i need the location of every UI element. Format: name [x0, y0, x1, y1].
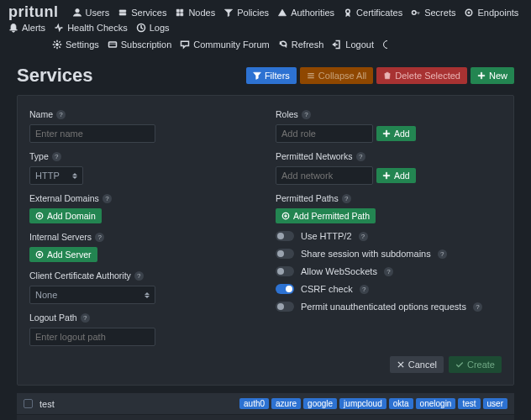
nav-certificates[interactable]: Certificates: [343, 8, 402, 18]
plus-icon: [382, 129, 391, 138]
toggle-csrf[interactable]: [276, 284, 294, 294]
option-label: CSRF check: [301, 284, 353, 294]
policies-icon: [223, 8, 234, 18]
nav-authorities[interactable]: Authorities: [277, 8, 334, 18]
plus-circle-icon: [35, 250, 44, 259]
network-input[interactable]: [276, 166, 373, 185]
type-select[interactable]: HTTP: [29, 166, 83, 185]
endpoints-icon: [464, 8, 474, 18]
nav-label: Certificates: [356, 8, 402, 18]
help-icon[interactable]: ?: [438, 249, 447, 259]
cca-select[interactable]: None: [29, 286, 155, 304]
logout-path-label: Logout Path: [29, 312, 77, 323]
row-checkbox[interactable]: [24, 399, 33, 408]
toggle-share[interactable]: [276, 249, 294, 259]
forum-icon: [180, 39, 190, 50]
nav-endpoints[interactable]: Endpoints: [464, 8, 518, 18]
add-network-button[interactable]: Add: [376, 168, 416, 183]
subscription-icon: [108, 39, 118, 50]
table-row[interactable]: test auth0azuregooglejumpcloudoktaonelog…: [17, 392, 514, 414]
secrets-icon: [411, 8, 421, 18]
help-icon[interactable]: ?: [52, 152, 61, 161]
nav-label: Services: [131, 8, 166, 18]
close-icon: [397, 360, 405, 369]
nav-theme[interactable]: [382, 39, 396, 50]
nav-secrets[interactable]: Secrets: [411, 8, 455, 18]
delete-selected-button[interactable]: Delete Selected: [376, 67, 467, 84]
name-input[interactable]: [29, 124, 155, 143]
svg-point-1: [413, 10, 417, 14]
nav-policies[interactable]: Policies: [223, 8, 269, 18]
collapse-all-button[interactable]: Collapse All: [300, 67, 373, 84]
authorities-icon: [277, 8, 287, 18]
option-share: Share session with subdomains ?: [276, 249, 502, 259]
nav-label: Authorities: [291, 8, 334, 18]
help-icon[interactable]: ?: [356, 152, 365, 161]
option-csrf: CSRF check ?: [276, 284, 502, 294]
help-icon[interactable]: ?: [81, 313, 90, 323]
nav-settings[interactable]: Settings: [52, 39, 99, 50]
nodes-icon: [175, 8, 185, 18]
option-label: Share session with subdomains: [301, 249, 431, 259]
help-icon[interactable]: ?: [359, 232, 368, 241]
plus-icon: [477, 71, 486, 80]
brand-logo: pritunl: [8, 3, 59, 21]
plus-circle-icon: [35, 212, 44, 220]
svg-point-5: [56, 44, 59, 46]
add-server-button[interactable]: Add Server: [29, 247, 97, 262]
nav-users[interactable]: Users: [72, 8, 110, 18]
table-row[interactable]: test2: [17, 414, 514, 420]
help-icon[interactable]: ?: [384, 267, 393, 276]
role-tag: user: [483, 398, 507, 409]
permitted-paths-label: Permitted Paths: [276, 193, 339, 203]
new-button[interactable]: New: [471, 67, 514, 84]
external-domains-label: External Domains: [29, 193, 99, 203]
help-icon[interactable]: ?: [56, 110, 66, 119]
create-button[interactable]: Create: [449, 356, 502, 373]
nav-label: Logout: [345, 39, 374, 50]
filters-button[interactable]: Filters: [246, 67, 297, 84]
nav-logout[interactable]: Logout: [332, 39, 374, 50]
role-tag: test: [458, 398, 480, 409]
toggle-http2[interactable]: [276, 231, 294, 241]
nav-refresh[interactable]: Refresh: [278, 39, 324, 50]
users-icon: [72, 8, 82, 18]
top-nav-row2: SettingsSubscriptionCommunity ForumRefre…: [0, 36, 531, 53]
add-domain-button[interactable]: Add Domain: [29, 208, 102, 223]
filter-icon: [253, 71, 261, 80]
help-icon[interactable]: ?: [95, 233, 104, 242]
nav-logs[interactable]: Logs: [136, 23, 170, 33]
role-tag: okta: [389, 398, 413, 409]
nav-services[interactable]: Services: [118, 8, 166, 18]
nav-nodes[interactable]: Nodes: [175, 8, 215, 18]
toggle-unauth[interactable]: [276, 302, 294, 312]
nav-label: Refresh: [292, 39, 324, 50]
help-icon[interactable]: ?: [360, 285, 369, 294]
help-icon[interactable]: ?: [473, 302, 482, 312]
nav-health[interactable]: Health Checks: [54, 23, 128, 33]
page-title: Services: [17, 65, 93, 87]
role-input[interactable]: [276, 124, 373, 143]
logout-path-input[interactable]: [29, 328, 155, 346]
help-icon[interactable]: ?: [302, 110, 311, 119]
nav-forum[interactable]: Community Forum: [180, 39, 269, 50]
help-icon[interactable]: ?: [134, 271, 144, 281]
help-icon[interactable]: ?: [342, 194, 351, 203]
nav-subscription[interactable]: Subscription: [108, 39, 172, 50]
nav-alerts[interactable]: Alerts: [8, 23, 45, 33]
name-label: Name: [29, 109, 53, 119]
refresh-icon: [278, 39, 288, 50]
add-permitted-path-button[interactable]: Add Permitted Path: [276, 208, 376, 223]
page-actions: Filters Collapse All Delete Selected New: [246, 67, 514, 84]
cancel-button[interactable]: Cancel: [390, 356, 444, 373]
collapse-icon: [307, 71, 315, 80]
nav-label: Nodes: [188, 8, 215, 18]
option-ws: Allow WebSockets ?: [276, 266, 502, 276]
plus-circle-icon: [281, 212, 290, 220]
nav-label: Settings: [66, 39, 99, 50]
role-tag: azure: [271, 398, 301, 409]
top-nav: pritunl UsersServicesNodesPoliciesAuthor…: [0, 0, 531, 36]
help-icon[interactable]: ?: [103, 194, 112, 203]
add-role-button[interactable]: Add: [376, 126, 416, 141]
toggle-ws[interactable]: [276, 266, 294, 276]
